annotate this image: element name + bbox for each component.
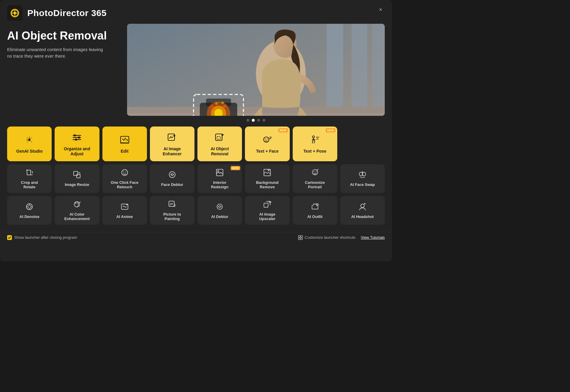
svg-point-31 [75, 139, 77, 141]
crop-rotate-button[interactable]: Crop andRotate [7, 164, 52, 193]
image-resize-button[interactable]: Image Resize [55, 164, 99, 193]
organize-adjust-button[interactable]: Organize and Adjust [55, 127, 99, 161]
face-swap-icon [358, 170, 367, 180]
text-pose-icon [310, 135, 320, 146]
svg-point-38 [265, 139, 266, 140]
svg-point-66 [361, 204, 364, 208]
ai-face-swap-button[interactable]: AI Face Swap [340, 164, 385, 193]
show-launcher-checkbox[interactable] [7, 235, 12, 240]
one-click-face-button[interactable]: One Click FaceRetouch [102, 164, 147, 193]
genai-studio-label: GenAI Studio [16, 149, 43, 154]
svg-rect-68 [301, 235, 303, 237]
ai-anime-label: AI Anime [116, 214, 133, 219]
ai-denoise-button[interactable]: AI Denoise [7, 196, 52, 225]
carousel-dot-2[interactable] [252, 119, 255, 122]
cartoonize-portrait-button[interactable]: CartoonizePortrait [293, 164, 337, 193]
show-launcher-label: Show launcher after closing program [14, 235, 77, 240]
ai-color-button[interactable]: AI ColorEnhancement [55, 196, 99, 225]
resize-icon [73, 170, 81, 180]
text-face-new-badge: NEW [278, 128, 288, 132]
ai-deblur-label: AI Deblur [211, 214, 228, 219]
picture-painting-label: Picture toPainting [163, 212, 181, 221]
ai-deblur-button[interactable]: AI Deblur [197, 196, 242, 225]
text-pose-new-badge: NEW [326, 128, 335, 132]
ai-anime-button[interactable]: AI Anime [102, 196, 147, 225]
background-remove-label: BackgroundRemove [256, 180, 278, 189]
ai-image-upscaler-button[interactable]: AI ImageUpscaler [245, 196, 289, 225]
feature-grid: GenAI Studio Organize and Adjust [0, 124, 392, 231]
denoise-icon [25, 203, 34, 212]
ai-headshot-button[interactable]: AI Headshot [340, 196, 385, 225]
app-logo [7, 5, 23, 21]
hero-title: AI Object Removal [7, 30, 120, 42]
svg-point-45 [125, 171, 126, 172]
ai-outfit-button[interactable]: AI Outfit [293, 196, 337, 225]
genai-studio-button[interactable]: GenAI Studio [7, 127, 52, 161]
svg-rect-4 [127, 24, 385, 116]
cartoonize-icon [311, 168, 319, 178]
ai-object-remove-label: AI ObjectRemoval [210, 146, 229, 157]
edit-button[interactable]: Edit [102, 127, 147, 161]
svg-rect-7 [372, 24, 385, 116]
organize-icon [72, 132, 82, 144]
ai-face-swap-label: AI Face Swap [350, 182, 375, 187]
edit-label: Edit [121, 149, 128, 154]
svg-rect-41 [74, 171, 78, 176]
svg-point-24 [221, 102, 224, 104]
face-retouch-icon [121, 168, 129, 178]
customize-icon [298, 235, 303, 240]
face-deblur-icon [168, 170, 176, 180]
main-content: AI Object Removal Eliminate unwanted con… [0, 24, 392, 124]
text-pose-button[interactable]: NEW Text + Pose [293, 127, 337, 161]
image-resize-label: Image Resize [65, 182, 89, 187]
app-window: PhotoDirector 365 × AI Object Removal El… [0, 0, 392, 261]
edit-icon [120, 135, 130, 146]
svg-rect-64 [264, 203, 268, 207]
picture-painting-button[interactable]: Picture toPainting [150, 196, 194, 225]
carousel-dot-4[interactable] [262, 119, 265, 122]
text-face-label: Text + Face [256, 149, 279, 154]
ai-denoise-label: AI Denoise [20, 214, 39, 219]
face-deblur-button[interactable]: Face Deblur [150, 164, 194, 193]
svg-point-53 [316, 171, 316, 172]
ai-object-removal-button[interactable]: AI ObjectRemoval [197, 127, 242, 161]
background-remove-button[interactable]: BackgroundRemove [245, 164, 289, 193]
interior-redesign-button[interactable]: NEW InteriorRedesign [197, 164, 242, 193]
ai-image-enhancer-button[interactable]: AI ImageEnhancer [150, 127, 194, 161]
text-pose-label: Text + Pose [303, 149, 326, 154]
interior-new-badge: NEW [231, 166, 240, 170]
organize-label: Organize and Adjust [57, 146, 97, 157]
face-deblur-label: Face Deblur [161, 182, 183, 187]
svg-point-44 [123, 171, 124, 172]
outfit-icon [311, 203, 319, 212]
svg-point-63 [217, 204, 222, 209]
customize-label: Customize launcher shortcuts [305, 235, 355, 240]
interior-icon [216, 168, 224, 178]
text-face-icon [262, 135, 272, 146]
svg-rect-69 [298, 238, 300, 240]
crop-rotate-label: Crop andRotate [21, 180, 38, 189]
svg-point-57 [28, 205, 31, 208]
crop-icon [25, 168, 34, 178]
top-row: GenAI Studio Organize and Adjust [7, 127, 385, 161]
carousel-dot-1[interactable] [246, 119, 249, 122]
svg-rect-5 [327, 24, 343, 116]
hero-image [127, 24, 385, 116]
hero-image-area [127, 24, 385, 124]
carousel-dot-3[interactable] [257, 119, 260, 122]
ai-enhance-icon [167, 132, 177, 144]
svg-point-43 [122, 170, 128, 176]
app-title: PhotoDirector 365 [27, 8, 107, 18]
svg-point-40 [312, 136, 314, 138]
view-tutorials-button[interactable]: View Tutorials [361, 235, 385, 240]
svg-point-29 [74, 135, 76, 137]
mid-row: Crop andRotate Image Resize [7, 164, 385, 193]
close-button[interactable]: × [376, 5, 385, 14]
svg-point-30 [78, 137, 80, 139]
bottom-bar: Show launcher after closing program Cust… [0, 232, 392, 243]
text-face-button[interactable]: NEW Text + Face [245, 127, 289, 161]
svg-rect-36 [217, 137, 221, 139]
svg-point-22 [223, 105, 226, 108]
customize-button[interactable]: Customize launcher shortcuts [298, 235, 355, 240]
ai-color-label: AI ColorEnhancement [64, 212, 90, 221]
